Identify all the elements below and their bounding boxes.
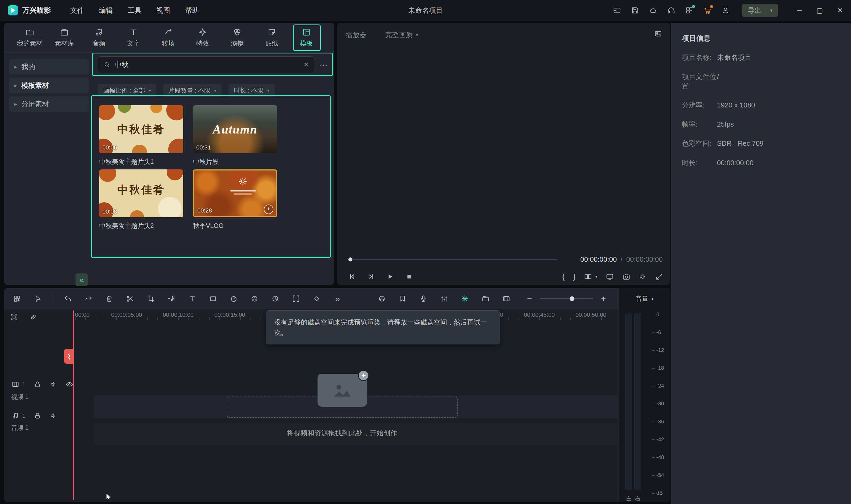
menu-edit[interactable]: 编辑 <box>99 6 113 15</box>
redo-icon[interactable] <box>83 293 94 305</box>
audio-mixer-icon[interactable] <box>438 293 450 305</box>
tab-audio[interactable]: 音频 <box>82 23 116 52</box>
speaker-icon[interactable] <box>50 381 57 388</box>
undo-icon[interactable] <box>62 293 74 305</box>
add-media-icon[interactable] <box>11 293 23 305</box>
template-card-selected[interactable]: 00:28 秋季VLOG <box>193 169 277 230</box>
filter-clip-count[interactable]: 片段数量 : 不限▾ <box>163 84 222 97</box>
tab-text[interactable]: 文字 <box>116 23 151 52</box>
playhead[interactable] <box>73 310 74 500</box>
minimize-button[interactable]: ─ <box>797 6 802 15</box>
seek-handle[interactable] <box>348 257 352 262</box>
export-button[interactable]: 导出 ▾ <box>742 4 778 17</box>
text-tool-icon[interactable] <box>186 293 198 305</box>
keyframe-icon[interactable] <box>311 293 323 305</box>
zoom-out-icon[interactable]: − <box>525 294 534 304</box>
previous-frame-button[interactable] <box>348 273 356 281</box>
template-card[interactable]: Autumn 00:31 中秋片段 <box>193 105 277 166</box>
clear-search-icon[interactable]: ✕ <box>304 61 309 68</box>
download-icon[interactable] <box>264 204 273 214</box>
maximize-button[interactable]: ▢ <box>816 6 823 15</box>
cart-upgrade-icon[interactable] <box>703 6 711 14</box>
tab-stickers[interactable]: 贴纸 <box>254 23 289 52</box>
mark-in-button[interactable]: { <box>562 272 565 281</box>
fullscreen-button[interactable] <box>655 273 663 281</box>
export-frame-icon[interactable] <box>501 293 512 305</box>
cloud-sync-icon[interactable] <box>649 6 657 14</box>
tab-transitions[interactable]: 转场 <box>151 23 185 52</box>
display-device-button[interactable] <box>606 273 614 281</box>
account-icon[interactable] <box>722 6 729 14</box>
menu-view[interactable]: 视图 <box>156 6 170 15</box>
support-headset-icon[interactable] <box>667 6 675 14</box>
transform-icon[interactable] <box>290 293 302 305</box>
duration-icon[interactable] <box>269 293 281 305</box>
mask-icon[interactable] <box>207 293 219 305</box>
template-thumbnail[interactable]: 00:28 <box>193 169 277 217</box>
lock-icon[interactable] <box>34 412 41 419</box>
playhead-handle[interactable] <box>64 349 73 364</box>
search-more-button[interactable]: ⋯ <box>320 60 328 69</box>
preview-split-button[interactable] <box>584 273 592 281</box>
save-project-icon[interactable] <box>631 6 639 14</box>
speed-icon[interactable] <box>228 293 240 305</box>
lock-icon[interactable] <box>34 381 41 388</box>
sidebar-item-template-assets[interactable]: ▸模板素材 <box>9 78 89 93</box>
add-media-plus-icon[interactable]: + <box>358 370 369 381</box>
render-preview-icon[interactable] <box>376 293 388 305</box>
close-button[interactable]: ✕ <box>837 6 843 15</box>
tab-filters[interactable]: 滤镜 <box>220 23 254 52</box>
mark-out-button[interactable]: } <box>573 272 576 281</box>
sidebar-item-splitscreen-assets[interactable]: ▸分屏素材 <box>9 96 89 112</box>
template-thumbnail[interactable]: Autumn 00:31 <box>193 105 277 153</box>
audio-stretch-icon[interactable] <box>166 293 177 305</box>
menu-file[interactable]: 文件 <box>70 6 84 15</box>
timeline-zoom-slider[interactable] <box>540 298 593 299</box>
tab-templates[interactable]: 模板 <box>289 23 324 52</box>
chevron-down-icon[interactable]: ▾ <box>595 274 597 279</box>
zoom-slider-knob[interactable] <box>569 296 575 301</box>
color-correction-icon[interactable] <box>249 293 260 305</box>
chevron-down-icon: ▾ <box>214 88 216 93</box>
preview-image-icon[interactable] <box>654 30 662 38</box>
voiceover-mic-icon[interactable] <box>418 293 429 305</box>
template-card[interactable]: 中秋佳肴 00:08 中秋美食主题片头2 <box>99 169 183 230</box>
delete-icon[interactable] <box>104 293 115 305</box>
split-scissors-icon[interactable] <box>124 293 136 305</box>
screen-record-icon[interactable] <box>480 293 491 305</box>
mute-button[interactable] <box>639 273 647 281</box>
zoom-in-icon[interactable]: + <box>599 294 608 304</box>
export-chevron-icon[interactable]: ▾ <box>770 7 773 13</box>
eye-icon[interactable] <box>66 381 73 388</box>
filter-aspect-ratio[interactable]: 画幅比例 : 全部▾ <box>98 84 156 97</box>
template-thumbnail[interactable]: 中秋佳肴 00:06 <box>99 105 183 153</box>
menu-help[interactable]: 帮助 <box>185 6 199 15</box>
search-input[interactable]: 中秋 ✕ <box>98 56 314 73</box>
snapshot-button[interactable] <box>622 273 630 281</box>
auto-ripple-icon[interactable] <box>459 293 471 305</box>
tab-my-media[interactable]: 我的素材 <box>13 23 47 52</box>
playback-quality-select[interactable]: 完整画质 ▾ <box>385 30 418 40</box>
tab-stock-media[interactable]: 素材库 <box>47 23 82 52</box>
menu-tools[interactable]: 工具 <box>128 6 142 15</box>
sidebar-item-mine[interactable]: ▸我的 <box>9 59 89 74</box>
player-seek-bar[interactable] <box>349 259 557 260</box>
template-card[interactable]: 中秋佳肴 00:06 中秋美食主题片头1 <box>99 105 183 166</box>
collapse-sidebar-button[interactable]: « <box>75 273 88 286</box>
play-button[interactable] <box>386 273 394 281</box>
next-frame-button[interactable] <box>367 273 375 281</box>
stop-button[interactable] <box>405 273 413 281</box>
speaker-icon[interactable] <box>50 412 57 419</box>
volume-meter-toggle[interactable]: 音量▴ <box>619 294 670 303</box>
track-manager-icon[interactable] <box>10 313 18 321</box>
marker-icon[interactable] <box>397 293 409 305</box>
template-thumbnail[interactable]: 中秋佳肴 00:08 <box>99 169 183 217</box>
apps-grid-icon[interactable] <box>685 6 693 14</box>
filter-duration[interactable]: 时长 : 不限▾ <box>229 84 275 97</box>
more-tools-icon[interactable]: » <box>332 293 343 305</box>
link-clips-icon[interactable] <box>29 313 37 321</box>
select-tool-icon[interactable] <box>32 293 43 305</box>
crop-icon[interactable] <box>145 293 157 305</box>
layout-panels-icon[interactable] <box>613 6 621 14</box>
tab-effects[interactable]: 特效 <box>185 23 220 52</box>
